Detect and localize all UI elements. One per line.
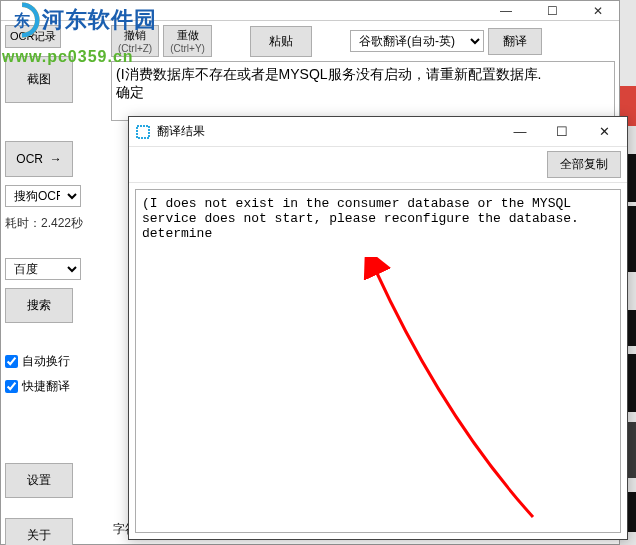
about-button[interactable]: 关于 (5, 518, 73, 545)
minimize-button[interactable]: — (489, 2, 523, 20)
settings-button[interactable]: 设置 (5, 463, 73, 498)
popup-body (129, 183, 627, 539)
auto-wrap-label: 自动换行 (22, 353, 70, 370)
translation-result-window: 翻译结果 — ☐ ✕ 全部复制 (128, 116, 628, 540)
close-button[interactable]: ✕ (581, 2, 615, 20)
ocr-engine-select[interactable]: 搜狗OCR (5, 185, 81, 207)
translate-engine-select[interactable]: 谷歌翻译(自动-英) (350, 30, 484, 52)
top-toolbar: 撤销 (Ctrl+Z) 重做 (Ctrl+Y) 粘贴 谷歌翻译(自动-英) 翻译 (111, 25, 615, 57)
redo-shortcut: (Ctrl+Y) (170, 43, 205, 54)
quick-translate-checkbox[interactable]: 快捷翻译 (5, 378, 103, 395)
popup-titlebar[interactable]: 翻译结果 — ☐ ✕ (129, 117, 627, 147)
ocr-history-button[interactable]: OCR记录 (5, 25, 61, 48)
translation-output[interactable] (135, 189, 621, 533)
quick-translate-label: 快捷翻译 (22, 378, 70, 395)
popup-maximize-button[interactable]: ☐ (545, 120, 579, 144)
ocr-label: OCR (16, 152, 43, 166)
redo-label: 重做 (177, 28, 199, 43)
auto-wrap-input[interactable] (5, 355, 18, 368)
popup-minimize-button[interactable]: — (503, 120, 537, 144)
ocr-timing: 耗时：2.422秒 (5, 215, 103, 232)
titlebar: — ☐ ✕ (1, 1, 619, 21)
arrow-right-icon: → (50, 152, 62, 166)
translate-button[interactable]: 翻译 (488, 28, 542, 55)
auto-wrap-checkbox[interactable]: 自动换行 (5, 353, 103, 370)
svg-rect-1 (137, 126, 149, 138)
undo-button[interactable]: 撤销 (Ctrl+Z) (111, 25, 159, 57)
paste-button[interactable]: 粘贴 (250, 26, 312, 57)
undo-shortcut: (Ctrl+Z) (118, 43, 152, 54)
redo-button[interactable]: 重做 (Ctrl+Y) (163, 25, 212, 57)
copy-all-button[interactable]: 全部复制 (547, 151, 621, 178)
popup-app-icon (135, 124, 151, 140)
screenshot-button[interactable]: 截图 (5, 56, 73, 103)
popup-title-text: 翻译结果 (157, 123, 205, 140)
popup-close-button[interactable]: ✕ (587, 120, 621, 144)
undo-label: 撤销 (124, 28, 146, 43)
maximize-button[interactable]: ☐ (535, 2, 569, 20)
quick-translate-input[interactable] (5, 380, 18, 393)
ocr-run-button[interactable]: OCR → (5, 141, 73, 177)
popup-toolbar: 全部复制 (129, 147, 627, 183)
left-sidebar: OCR记录 截图 OCR → 搜狗OCR 耗时：2.422秒 百度 搜索 (1, 21, 107, 544)
source-text-area[interactable] (111, 61, 615, 121)
search-button[interactable]: 搜索 (5, 288, 73, 323)
search-engine-select[interactable]: 百度 (5, 258, 81, 280)
